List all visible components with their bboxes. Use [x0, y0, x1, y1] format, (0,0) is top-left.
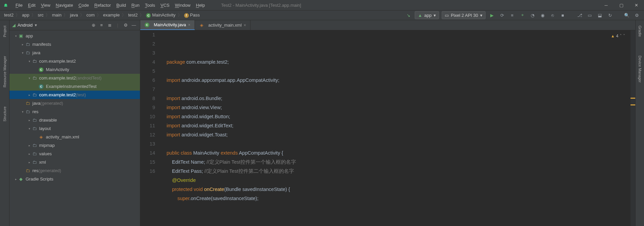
tree-row[interactable]: ▸🗀manifests [9, 40, 140, 49]
warning-marker[interactable] [631, 104, 635, 105]
project-tree[interactable]: ▾▣app▸🗀manifests▾🗀java▾🗀com.example.test… [9, 30, 140, 226]
module-selector[interactable]: ▲ app ▾ [415, 11, 439, 19]
code-line[interactable] [167, 85, 631, 94]
apply-changes-icon[interactable]: ⟳ [498, 11, 506, 19]
tree-arrow-icon[interactable]: ▸ [27, 93, 32, 97]
menu-run[interactable]: Run [129, 3, 142, 8]
debug-button[interactable]: ⌖ [519, 11, 526, 19]
problems-badge[interactable]: ▲ 4 ˄ ˅ [611, 32, 625, 41]
marker-strip[interactable] [631, 30, 635, 226]
avd-icon[interactable]: ▭ [586, 11, 593, 19]
code-line[interactable]: @Override [167, 176, 631, 185]
breadcrumb-item[interactable]: main [51, 12, 63, 18]
code-line[interactable]: package com.example.test2; [167, 58, 631, 67]
maximize-button[interactable]: ▢ [614, 0, 629, 10]
editor-tab[interactable]: ◈activity_main.xml× [195, 20, 251, 30]
tab-resource-manager[interactable]: Resource Manager [3, 53, 7, 90]
collapse-icon[interactable]: ≣ [106, 22, 113, 29]
tree-arrow-icon[interactable]: ▸ [27, 144, 32, 147]
code-line[interactable]: import android.view.View; [167, 103, 631, 112]
tree-row[interactable]: ▸🗀values [9, 150, 140, 158]
menu-code[interactable]: Code [76, 3, 92, 8]
coverage-icon[interactable]: ◉ [539, 11, 546, 19]
git-icon[interactable]: ⎇ [576, 11, 583, 19]
tree-row[interactable]: 🗀java (generated) [9, 99, 140, 107]
code-line[interactable]: import android.widget.EditText; [167, 121, 631, 130]
menu-tools[interactable]: Tools [142, 3, 158, 8]
breadcrumb-item[interactable]: java [68, 12, 79, 18]
tree-arrow-icon[interactable]: ▾ [27, 60, 32, 63]
code-editor[interactable]: 12345678910111213141516 ▲ 4 ˄ ˅ package … [140, 30, 635, 226]
code-line[interactable]: protected void onCreate(Bundle savedInst… [167, 185, 631, 194]
code-line[interactable]: import android.widget.Button; [167, 112, 631, 121]
tree-row[interactable]: ▸🗀drawable [9, 116, 140, 124]
code-line[interactable]: import androidx.appcompat.app.AppCompatA… [167, 76, 631, 85]
tree-row[interactable]: ▾▣app [9, 32, 140, 40]
menu-edit[interactable]: Edit [25, 3, 38, 8]
tree-arrow-icon[interactable]: ▾ [20, 51, 25, 55]
tree-row[interactable]: ▾🗀res [9, 107, 140, 116]
tree-arrow-icon[interactable]: ▸ [13, 177, 18, 181]
code-line[interactable]: import android.os.Bundle; [167, 94, 631, 103]
menu-help[interactable]: Help [193, 3, 208, 8]
chevron-up-icon[interactable]: ˄ [620, 32, 622, 41]
menu-window[interactable]: Window [172, 3, 193, 8]
attach-debugger-icon[interactable]: ⎋ [549, 11, 556, 19]
chevron-down-icon[interactable]: ▾ [35, 23, 37, 28]
run-button[interactable]: ▶ [488, 11, 496, 19]
code-line[interactable]: EditText Pass; //定义Plain Test控件第二个输入框的名字 [167, 167, 631, 176]
chevron-down-icon[interactable]: ˅ [623, 32, 625, 41]
search-icon[interactable]: 🔍 [623, 11, 631, 19]
tab-close-icon[interactable]: × [244, 23, 246, 28]
breadcrumb-item[interactable]: test2 [127, 12, 139, 18]
tree-row[interactable]: ▾🗀com.example.test2 (androidTest) [9, 74, 140, 82]
code-line[interactable] [167, 67, 631, 76]
close-button[interactable]: ✕ [629, 0, 644, 10]
tree-arrow-icon[interactable]: ▾ [20, 110, 25, 114]
tree-row[interactable]: ▸🗀xml [9, 158, 140, 166]
tab-gradle[interactable]: Gradle [638, 23, 642, 39]
tree-arrow-icon[interactable]: ▸ [27, 119, 32, 122]
minimize-button[interactable]: ─ [598, 0, 614, 10]
tree-arrow-icon[interactable]: ▾ [27, 76, 32, 80]
device-selector[interactable]: ▭ Pixel 2 API 30 ▾ [442, 11, 486, 19]
tree-row[interactable]: ◈activity_main.xml [9, 133, 140, 141]
sync-icon[interactable]: ↘ [405, 11, 412, 19]
tab-project[interactable]: Project [3, 23, 7, 40]
tree-row[interactable]: ▾🗀java [9, 49, 140, 57]
profile-icon[interactable]: ◔ [529, 11, 536, 19]
menu-view[interactable]: View [38, 3, 53, 8]
tree-arrow-icon[interactable]: ▾ [13, 34, 18, 38]
tree-row[interactable]: 🗀res (generated) [9, 166, 140, 175]
menu-file[interactable]: File [13, 3, 25, 8]
code-line[interactable]: import android.widget.Toast; [167, 130, 631, 139]
tab-device-manager[interactable]: Device Manager [638, 53, 642, 85]
tree-row[interactable]: CMainActivity [9, 65, 140, 74]
sdk-icon[interactable]: ⬓ [596, 11, 604, 19]
breadcrumb-item[interactable]: example [102, 12, 121, 18]
tree-row[interactable]: ▾🗀layout [9, 124, 140, 133]
apply-code-icon[interactable]: ≡ [508, 11, 516, 19]
breadcrumb-item[interactable]: test2 [3, 12, 15, 18]
breadcrumb-item[interactable]: CMainActivity [145, 12, 177, 18]
tree-arrow-icon[interactable]: ▸ [20, 43, 25, 46]
menu-vcs[interactable]: VCS [158, 3, 172, 8]
breadcrumb-item[interactable]: com [85, 12, 96, 18]
gear-icon[interactable]: ⚙ [122, 22, 129, 29]
settings-icon[interactable]: ⚙ [633, 11, 641, 19]
expand-icon[interactable]: ≡ [98, 22, 105, 29]
stop-button[interactable]: ■ [559, 11, 566, 19]
hide-icon[interactable]: — [130, 22, 137, 29]
warning-marker[interactable] [631, 98, 635, 99]
tree-row[interactable]: ▸◆Gradle Scripts [9, 175, 140, 183]
tree-arrow-icon[interactable]: ▸ [27, 161, 32, 164]
tree-arrow-icon[interactable]: ▾ [27, 127, 32, 130]
tab-close-icon[interactable]: × [188, 23, 191, 27]
select-opened-icon[interactable]: ⊕ [90, 22, 97, 29]
menu-refactor[interactable]: Refactor [92, 3, 114, 8]
tree-arrow-icon[interactable]: ▸ [27, 152, 32, 156]
breadcrumb-item[interactable]: app [21, 12, 31, 18]
tree-row[interactable]: ▸🗀com.example.test2 (test) [9, 91, 140, 99]
code-line[interactable]: super.onCreate(savedInstanceState); [167, 194, 631, 203]
code-line[interactable]: public class MainActivity extends AppCom… [167, 149, 631, 158]
